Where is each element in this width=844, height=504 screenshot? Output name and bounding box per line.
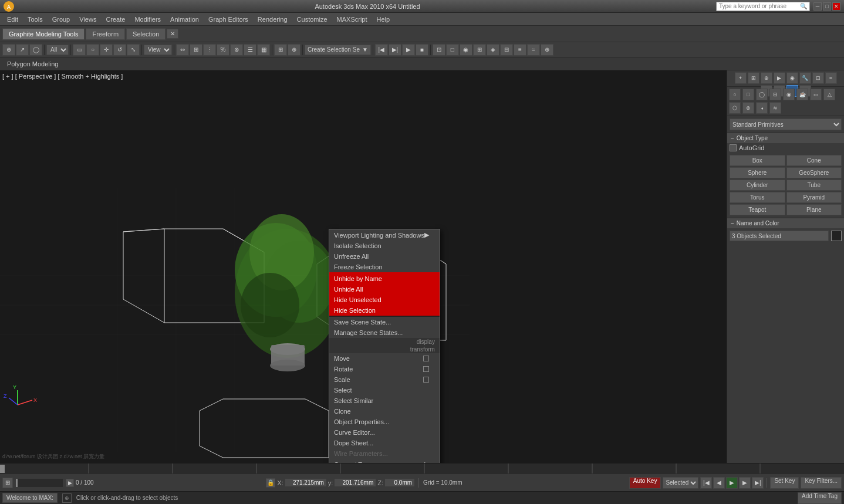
menu-create[interactable]: Create	[101, 15, 130, 24]
tool-select-icon[interactable]: ↗	[16, 44, 29, 56]
viewport[interactable]: [ + ] [ Perspective ] [ Smooth + Highlig…	[0, 70, 727, 463]
rp-plane-icon[interactable]: ▭	[810, 89, 822, 100]
timeline-thumb[interactable]	[0, 465, 5, 473]
tool-hierarchy[interactable]: ⋮	[203, 44, 216, 56]
create-selection-dropdown[interactable]: Create Selection Se ▼	[305, 45, 371, 55]
tool-circle-select[interactable]: ○	[86, 44, 99, 56]
menu-animation[interactable]: Animation	[166, 15, 204, 24]
menu-group[interactable]: Group	[48, 15, 75, 24]
menu-graph-editors[interactable]: Graph Editors	[204, 15, 253, 24]
search-input[interactable]	[719, 3, 800, 9]
collapse-icon[interactable]: −	[731, 135, 734, 141]
add-time-tag-btn[interactable]: Add Time Tag	[798, 492, 842, 504]
standard-primitives-select[interactable]: Standard PrimitivesExtended PrimitivesCo…	[730, 119, 842, 130]
tool-move[interactable]: ✛	[100, 44, 113, 56]
rp-modify-icon[interactable]: ⊞	[748, 72, 759, 84]
obj-btn-teapot[interactable]: Teapot	[730, 204, 785, 215]
cm-scale[interactable]: Scale	[329, 374, 440, 385]
tool-scale[interactable]: ⤡	[127, 44, 140, 56]
cm-hide-selection[interactable]: Hide Selection	[329, 305, 440, 316]
frame-slider[interactable]	[16, 479, 63, 487]
obj-btn-sphere[interactable]: Sphere	[730, 167, 785, 178]
cm-object-properties[interactable]: Object Properties...	[329, 417, 440, 427]
object-name-input[interactable]	[730, 231, 829, 241]
menu-rendering[interactable]: Rendering	[253, 15, 292, 24]
rp-extra2-icon[interactable]: ≡	[825, 72, 837, 84]
rp-geosphere-icon[interactable]: ⬡	[729, 102, 741, 114]
autogrid-checkbox[interactable]	[730, 144, 737, 151]
mode-btn[interactable]: ⊞	[2, 478, 13, 488]
obj-btn-pyramid[interactable]: Pyramid	[786, 192, 842, 203]
tool-snap2[interactable]: ⊗	[230, 44, 243, 56]
rp-cone-icon[interactable]: △	[823, 89, 835, 100]
tool-next-key[interactable]: ▶|	[389, 44, 401, 56]
rp-tube-icon[interactable]: ⊚	[742, 102, 754, 114]
tool-lasso-icon[interactable]: ◯	[29, 44, 42, 56]
obj-btn-plane[interactable]: Plane	[786, 204, 842, 215]
rp-extra1-icon[interactable]: ⊡	[812, 72, 824, 84]
rp-utility-icon[interactable]: 🔧	[799, 72, 811, 84]
cm-select-similar[interactable]: Select Similar	[329, 395, 440, 406]
tab-selection[interactable]: Selection	[126, 28, 166, 40]
toolbar-close-button[interactable]: ✕	[167, 29, 178, 39]
tool-tape[interactable]: ⊕	[288, 44, 301, 56]
close-button[interactable]: ✕	[832, 2, 840, 11]
set-key-btn[interactable]: Set Key	[770, 477, 799, 489]
cm-unfreeze-all[interactable]: Unfreeze All	[329, 251, 440, 262]
obj-btn-tube[interactable]: Tube	[786, 180, 842, 191]
color-swatch[interactable]	[831, 231, 842, 241]
name-collapse-icon[interactable]: −	[731, 220, 734, 226]
tool-camera-view[interactable]: ⊡	[433, 44, 445, 56]
cm-curve-editor[interactable]: Curve Editor...	[329, 427, 440, 438]
tool-render2[interactable]: ◉	[460, 44, 472, 56]
obj-btn-torus[interactable]: Torus	[730, 192, 785, 203]
tool-render[interactable]: □	[446, 44, 459, 56]
tool-uvw[interactable]: ⊟	[500, 44, 513, 56]
cm-manage-scene-states[interactable]: Manage Scene States...	[329, 327, 440, 338]
menu-modifiers[interactable]: Modifiers	[130, 15, 166, 24]
obj-btn-cone[interactable]: Cone	[786, 155, 842, 166]
timeline-track[interactable]	[5, 464, 844, 473]
frame-next[interactable]: ▶	[66, 479, 74, 487]
search-box[interactable]: 🔍	[716, 2, 810, 11]
rp-torus-icon[interactable]: ◉	[783, 89, 795, 100]
rp-shape-icon[interactable]: ○	[729, 89, 741, 100]
cm-hide-unselected[interactable]: Hide Unselected	[329, 295, 440, 305]
cm-unhide-all[interactable]: Unhide All	[329, 284, 440, 295]
rp-hierarchy-icon[interactable]: ⊕	[761, 72, 772, 84]
cm-dope-sheet[interactable]: Dope Sheet...	[329, 438, 440, 448]
tool-percent[interactable]: %	[217, 44, 229, 56]
filter-select[interactable]: All	[46, 45, 69, 55]
tool-mirror[interactable]: ⇔	[176, 44, 189, 56]
cm-isolate-selection[interactable]: Isolate Selection	[329, 241, 440, 251]
tool-rotate[interactable]: ↺	[113, 44, 126, 56]
cm-move[interactable]: Move	[329, 353, 440, 364]
menu-edit[interactable]: Edit	[2, 15, 23, 24]
tool-extra2[interactable]: ≈	[527, 44, 540, 56]
maximize-button[interactable]: □	[823, 2, 831, 11]
time-next[interactable]: ▶	[739, 477, 751, 489]
cm-clone[interactable]: Clone	[329, 406, 440, 417]
cm-rotate[interactable]: Rotate	[329, 364, 440, 374]
tool-snap-icon[interactable]: ⊕	[2, 44, 15, 56]
tab-graphite-modeling-tools[interactable]: Graphite Modeling Tools	[2, 28, 85, 40]
time-start[interactable]: |◀	[700, 477, 712, 489]
minimize-button[interactable]: ─	[813, 2, 822, 11]
view-select[interactable]: View	[144, 45, 172, 55]
tool-layer[interactable]: ☰	[244, 44, 256, 56]
time-end[interactable]: ▶|	[752, 477, 764, 489]
rp-motion-icon[interactable]: ▶	[774, 72, 785, 84]
obj-btn-box[interactable]: Box	[730, 155, 785, 166]
lock-icon[interactable]: 🔒	[266, 478, 275, 488]
rp-sphere-icon[interactable]: ◯	[756, 89, 768, 100]
tool-stop[interactable]: ■	[416, 44, 428, 56]
time-play[interactable]: ▶	[726, 477, 738, 489]
menu-tools[interactable]: Tools	[23, 15, 48, 24]
cm-select[interactable]: Select	[329, 385, 440, 395]
key-filters-btn[interactable]: Key Filters...	[801, 477, 842, 489]
obj-btn-geosphere[interactable]: GeoSphere	[786, 167, 842, 178]
menu-help[interactable]: Help	[372, 15, 395, 24]
tool-prev-key[interactable]: |◀	[375, 44, 388, 56]
tool-material[interactable]: ◈	[487, 44, 499, 56]
cm-convert-to[interactable]: Convert To: ▶	[329, 459, 440, 463]
